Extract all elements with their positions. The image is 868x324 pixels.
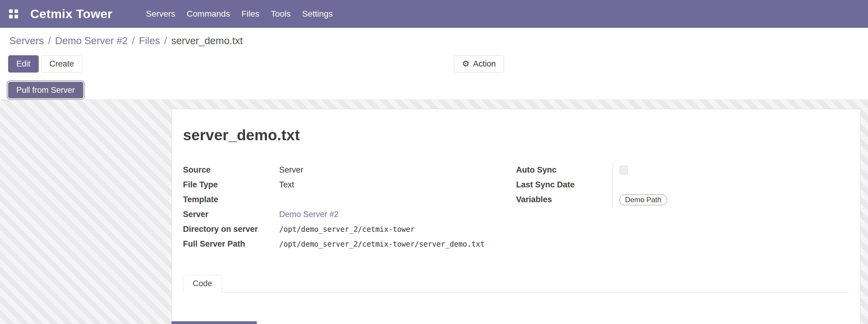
edit-button[interactable]: Edit — [8, 55, 39, 72]
tab-code[interactable]: Code — [183, 275, 222, 293]
content-area: server_demo.txt Source Server File Type … — [0, 100, 868, 324]
apps-grid-square — [14, 9, 18, 13]
field-row-source: Source Server — [183, 163, 516, 177]
breadcrumb-separator: / — [164, 35, 167, 46]
apps-grid-icon[interactable] — [9, 9, 18, 19]
server-link[interactable]: Demo Server #2 — [279, 210, 339, 219]
record-title: server_demo.txt — [183, 126, 849, 144]
field-label: Directory on server — [183, 224, 279, 234]
field-value-directory: /opt/demo_server_2/cetmix-tower — [279, 225, 516, 234]
header-buttons-row: Pull from Server — [8, 82, 868, 100]
field-label: Source — [183, 165, 279, 175]
action-menu-label: Action — [473, 59, 496, 69]
breadcrumb: Servers / Demo Server #2 / Files / serve… — [0, 28, 868, 47]
control-panel: Servers / Demo Server #2 / Files / serve… — [0, 28, 868, 100]
apps-grid-square — [9, 9, 13, 13]
breadcrumb-link-files[interactable]: Files — [139, 35, 160, 46]
code-editor-edge — [172, 321, 257, 324]
field-row-template: Template — [183, 192, 516, 207]
pull-from-server-button[interactable]: Pull from Server — [8, 82, 83, 98]
main-menu: Servers Commands Files Tools Settings — [140, 5, 338, 23]
menu-tools[interactable]: Tools — [265, 5, 297, 23]
field-row-file-type: File Type Text — [183, 177, 516, 192]
field-row-directory: Directory on server /opt/demo_server_2/c… — [183, 222, 516, 237]
field-row-full-path: Full Server Path /opt/demo_server_2/cetm… — [183, 237, 516, 252]
field-value-file-type: Text — [279, 180, 516, 190]
menu-servers[interactable]: Servers — [140, 5, 181, 23]
field-label: File Type — [183, 180, 279, 190]
form-buttons-row: Edit Create — [8, 55, 868, 72]
breadcrumb-separator: / — [132, 35, 134, 46]
gear-icon: ⚙ — [462, 60, 469, 68]
field-label: Full Server Path — [183, 239, 279, 249]
field-value-source: Server — [279, 165, 516, 175]
notebook-tab-bar: Code — [183, 274, 849, 293]
field-label: Template — [183, 195, 279, 205]
field-row-server: Server Demo Server #2 — [183, 207, 516, 222]
field-label: Last Sync Date — [516, 180, 613, 190]
app-brand-title[interactable]: Cetmix Tower — [30, 7, 113, 21]
menu-files[interactable]: Files — [236, 5, 265, 23]
breadcrumb-link-servers[interactable]: Servers — [9, 35, 44, 46]
auto-sync-checkbox[interactable] — [619, 166, 628, 174]
field-group-right: Auto Sync Last Sync Date Variables Demo … — [516, 163, 849, 252]
breadcrumb-current: server_demo.txt — [171, 35, 243, 46]
menu-commands[interactable]: Commands — [181, 5, 236, 23]
field-group-left: Source Server File Type Text Template Se… — [183, 163, 516, 252]
field-label: Server — [183, 209, 279, 220]
field-value-full-path: /opt/demo_server_2/cetmix-tower/server_d… — [279, 240, 516, 249]
action-menu-button[interactable]: ⚙ Action — [454, 55, 504, 72]
field-label: Auto Sync — [516, 165, 613, 175]
field-groups: Source Server File Type Text Template Se… — [183, 163, 849, 252]
breadcrumb-separator: / — [48, 35, 51, 46]
apps-grid-square — [14, 15, 18, 19]
field-row-last-sync-date: Last Sync Date — [516, 177, 849, 192]
field-row-auto-sync: Auto Sync — [516, 163, 849, 177]
field-row-variables: Variables Demo Path — [516, 192, 849, 207]
top-navbar: Cetmix Tower Servers Commands Files Tool… — [0, 0, 868, 28]
apps-grid-square — [9, 15, 13, 19]
field-label: Variables — [516, 195, 613, 205]
form-sheet: server_demo.txt Source Server File Type … — [172, 109, 861, 324]
variable-tag: Demo Path — [619, 194, 667, 205]
create-button[interactable]: Create — [41, 55, 82, 72]
menu-settings[interactable]: Settings — [297, 5, 338, 23]
breadcrumb-link-demo-server[interactable]: Demo Server #2 — [55, 35, 128, 46]
